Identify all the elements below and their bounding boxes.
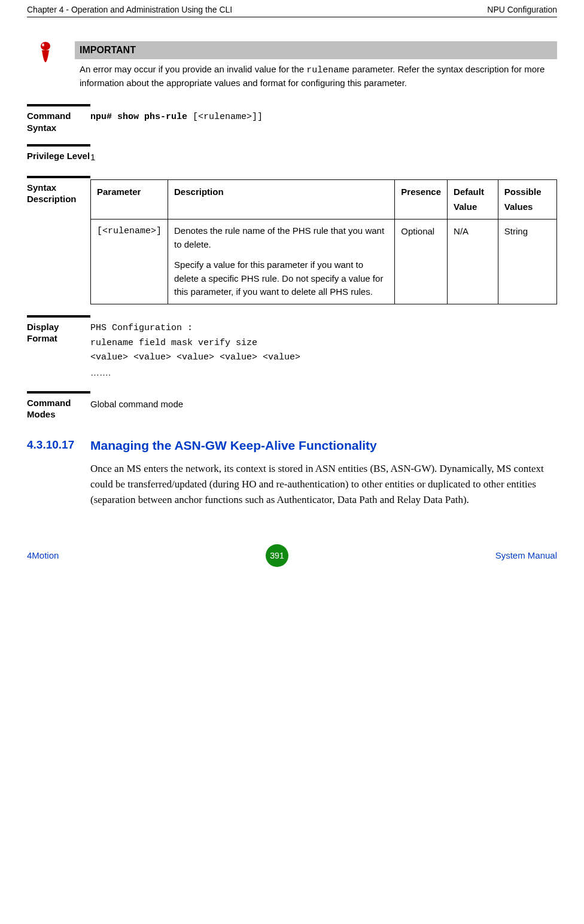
header-left: Chapter 4 - Operation and Administration… (27, 5, 232, 14)
th-possible: Possible Values (498, 179, 556, 219)
footer-left: 4Motion (27, 550, 59, 560)
heading-number: 4.3.10.17 (27, 438, 90, 452)
cell-description: Denotes the rule name of the PHS rule th… (168, 219, 395, 304)
table-header-row: Parameter Description Presence Default V… (91, 179, 557, 219)
syntax-description-label: Syntax Description (27, 176, 90, 205)
cell-default: N/A (448, 219, 498, 304)
th-presence: Presence (395, 179, 448, 219)
display-format-value: PHS Configuration : rulename field mask … (90, 315, 557, 380)
cell-parameter: [<rulename>] (91, 219, 168, 304)
svg-point-0 (41, 42, 50, 50)
cell-presence: Optional (395, 219, 448, 304)
command-modes-label: Command Modes (27, 391, 90, 420)
heading-title: Managing the ASN-GW Keep-Alive Functiona… (90, 438, 557, 453)
important-callout: IMPORTANT An error may occur if you prov… (27, 41, 557, 89)
important-title: IMPORTANT (75, 41, 557, 59)
display-format-block: Display Format PHS Configuration : rulen… (27, 315, 557, 380)
privilege-value: 1 (90, 144, 557, 165)
command-syntax-block: Command Syntax npu# show phs-rule [<rule… (27, 104, 557, 133)
body-paragraph: Once an MS enters the network, its conte… (90, 461, 557, 508)
page-header: Chapter 4 - Operation and Administration… (27, 0, 557, 17)
header-right: NPU Configuration (487, 5, 557, 14)
page-number-badge: 391 (266, 544, 288, 567)
display-format-label: Display Format (27, 315, 90, 344)
command-syntax-label: Command Syntax (27, 104, 90, 133)
command-modes-block: Command Modes Global command mode (27, 391, 557, 420)
command-syntax-value: npu# show phs-rule [<rulename>]] (90, 104, 557, 125)
th-description: Description (168, 179, 395, 219)
page-footer: 4Motion 391 System Manual (0, 544, 584, 582)
cell-possible: String (498, 219, 556, 304)
th-default: Default Value (448, 179, 498, 219)
footer-right: System Manual (495, 550, 557, 560)
command-modes-value: Global command mode (90, 391, 557, 412)
section-heading: 4.3.10.17 Managing the ASN-GW Keep-Alive… (27, 438, 557, 453)
privilege-label: Privilege Level (27, 144, 90, 162)
syntax-table: Parameter Description Presence Default V… (90, 179, 557, 304)
important-text: An error may occur if you provide an inv… (75, 59, 557, 89)
important-icon (27, 41, 75, 77)
table-row: [<rulename>] Denotes the rule name of th… (91, 219, 557, 304)
syntax-description-block: Syntax Description Parameter Description… (27, 176, 557, 304)
privilege-block: Privilege Level 1 (27, 144, 557, 165)
svg-point-1 (42, 44, 44, 47)
th-parameter: Parameter (91, 179, 168, 219)
